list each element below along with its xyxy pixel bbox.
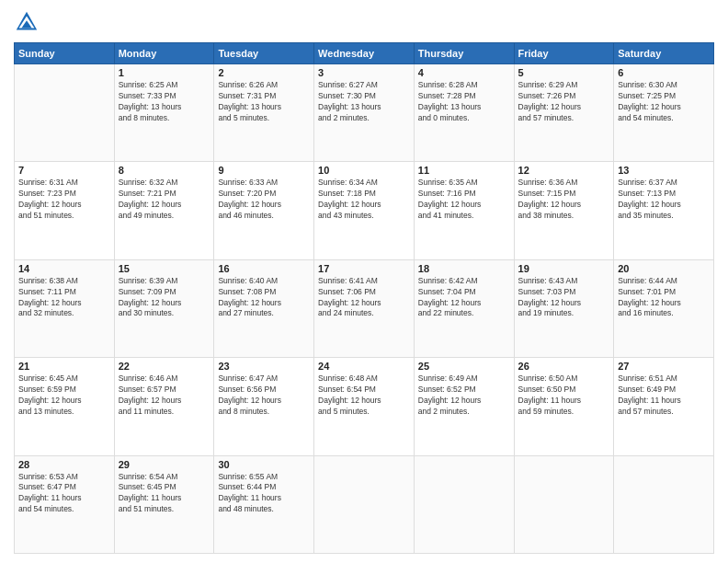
day-info: Sunrise: 6:54 AMSunset: 6:45 PMDaylight:…	[119, 472, 210, 516]
col-header-saturday: Saturday	[614, 43, 714, 64]
day-info: Sunrise: 6:51 AMSunset: 6:49 PMDaylight:…	[618, 373, 710, 418]
calendar-cell: 20Sunrise: 6:44 AMSunset: 7:01 PMDayligh…	[614, 259, 714, 357]
calendar-cell: 30Sunrise: 6:55 AMSunset: 6:44 PMDayligh…	[214, 455, 314, 553]
day-number: 16	[218, 263, 310, 274]
day-info: Sunrise: 6:25 AMSunset: 7:33 PMDaylight:…	[119, 80, 210, 124]
day-number: 20	[618, 263, 710, 274]
calendar-cell	[414, 455, 514, 553]
day-number: 21	[18, 361, 110, 372]
col-header-friday: Friday	[514, 43, 614, 64]
col-header-monday: Monday	[114, 43, 214, 64]
day-info: Sunrise: 6:50 AMSunset: 6:50 PMDaylight:…	[518, 373, 610, 418]
calendar-cell: 22Sunrise: 6:46 AMSunset: 6:57 PMDayligh…	[114, 358, 214, 455]
calendar-cell: 11Sunrise: 6:35 AMSunset: 7:16 PMDayligh…	[414, 162, 514, 259]
calendar-cell: 2Sunrise: 6:26 AMSunset: 7:31 PMDaylight…	[214, 64, 314, 162]
calendar-cell: 19Sunrise: 6:43 AMSunset: 7:03 PMDayligh…	[514, 259, 614, 357]
calendar-cell	[314, 455, 415, 553]
logo-icon	[14, 9, 40, 35]
calendar-cell: 12Sunrise: 6:36 AMSunset: 7:15 PMDayligh…	[514, 162, 614, 259]
calendar-cell: 14Sunrise: 6:38 AMSunset: 7:11 PMDayligh…	[15, 259, 115, 357]
calendar-cell: 7Sunrise: 6:31 AMSunset: 7:23 PMDaylight…	[15, 162, 115, 259]
week-row-2: 7Sunrise: 6:31 AMSunset: 7:23 PMDaylight…	[15, 162, 714, 259]
day-info: Sunrise: 6:32 AMSunset: 7:21 PMDaylight:…	[119, 178, 210, 222]
day-number: 5	[518, 67, 610, 78]
calendar-cell: 13Sunrise: 6:37 AMSunset: 7:13 PMDayligh…	[614, 162, 714, 259]
calendar-cell: 18Sunrise: 6:42 AMSunset: 7:04 PMDayligh…	[414, 259, 514, 357]
day-number: 18	[418, 263, 510, 274]
day-info: Sunrise: 6:40 AMSunset: 7:08 PMDaylight:…	[218, 276, 310, 320]
day-number: 27	[618, 361, 710, 372]
day-info: Sunrise: 6:43 AMSunset: 7:03 PMDaylight:…	[518, 276, 610, 320]
day-number: 25	[418, 361, 510, 372]
calendar-cell: 4Sunrise: 6:28 AMSunset: 7:28 PMDaylight…	[414, 64, 514, 162]
page: SundayMondayTuesdayWednesdayThursdayFrid…	[0, 0, 728, 563]
day-number: 19	[518, 263, 610, 274]
day-number: 8	[119, 165, 210, 176]
day-number: 26	[518, 361, 610, 372]
day-number: 11	[418, 165, 510, 176]
day-info: Sunrise: 6:42 AMSunset: 7:04 PMDaylight:…	[418, 276, 510, 320]
logo	[14, 9, 43, 35]
calendar-cell	[514, 455, 614, 553]
calendar-cell: 1Sunrise: 6:25 AMSunset: 7:33 PMDaylight…	[114, 64, 214, 162]
day-number: 22	[119, 361, 210, 372]
day-info: Sunrise: 6:27 AMSunset: 7:30 PMDaylight:…	[318, 80, 410, 124]
calendar-cell: 17Sunrise: 6:41 AMSunset: 7:06 PMDayligh…	[314, 259, 415, 357]
day-number: 15	[119, 263, 210, 274]
day-number: 30	[218, 459, 310, 470]
col-header-sunday: Sunday	[15, 43, 115, 64]
day-info: Sunrise: 6:35 AMSunset: 7:16 PMDaylight:…	[418, 178, 510, 222]
day-info: Sunrise: 6:31 AMSunset: 7:23 PMDaylight:…	[18, 178, 110, 222]
day-info: Sunrise: 6:44 AMSunset: 7:01 PMDaylight:…	[618, 276, 710, 320]
week-row-3: 14Sunrise: 6:38 AMSunset: 7:11 PMDayligh…	[15, 259, 714, 357]
calendar-cell	[614, 455, 714, 553]
calendar-cell: 24Sunrise: 6:48 AMSunset: 6:54 PMDayligh…	[314, 358, 415, 455]
calendar-cell: 9Sunrise: 6:33 AMSunset: 7:20 PMDaylight…	[214, 162, 314, 259]
day-number: 29	[119, 459, 210, 470]
day-number: 14	[18, 263, 110, 274]
day-info: Sunrise: 6:41 AMSunset: 7:06 PMDaylight:…	[318, 276, 410, 320]
calendar-cell: 26Sunrise: 6:50 AMSunset: 6:50 PMDayligh…	[514, 358, 614, 455]
day-info: Sunrise: 6:30 AMSunset: 7:25 PMDaylight:…	[618, 80, 710, 124]
day-info: Sunrise: 6:47 AMSunset: 6:56 PMDaylight:…	[218, 373, 310, 418]
calendar-cell: 15Sunrise: 6:39 AMSunset: 7:09 PMDayligh…	[114, 259, 214, 357]
day-info: Sunrise: 6:33 AMSunset: 7:20 PMDaylight:…	[218, 178, 310, 222]
day-info: Sunrise: 6:26 AMSunset: 7:31 PMDaylight:…	[218, 80, 310, 124]
col-header-thursday: Thursday	[414, 43, 514, 64]
header	[14, 9, 714, 35]
calendar-cell: 29Sunrise: 6:54 AMSunset: 6:45 PMDayligh…	[114, 455, 214, 553]
day-number: 13	[618, 165, 710, 176]
day-info: Sunrise: 6:48 AMSunset: 6:54 PMDaylight:…	[318, 373, 410, 418]
day-info: Sunrise: 6:38 AMSunset: 7:11 PMDaylight:…	[18, 276, 110, 320]
day-number: 7	[18, 165, 110, 176]
calendar-cell: 23Sunrise: 6:47 AMSunset: 6:56 PMDayligh…	[214, 358, 314, 455]
day-info: Sunrise: 6:29 AMSunset: 7:26 PMDaylight:…	[518, 80, 610, 124]
calendar-cell: 8Sunrise: 6:32 AMSunset: 7:21 PMDaylight…	[114, 162, 214, 259]
calendar-cell: 3Sunrise: 6:27 AMSunset: 7:30 PMDaylight…	[314, 64, 415, 162]
day-info: Sunrise: 6:46 AMSunset: 6:57 PMDaylight:…	[119, 373, 210, 418]
day-number: 2	[218, 67, 310, 78]
day-info: Sunrise: 6:34 AMSunset: 7:18 PMDaylight:…	[318, 178, 410, 222]
day-info: Sunrise: 6:37 AMSunset: 7:13 PMDaylight:…	[618, 178, 710, 222]
day-info: Sunrise: 6:28 AMSunset: 7:28 PMDaylight:…	[418, 80, 510, 124]
week-row-1: 1Sunrise: 6:25 AMSunset: 7:33 PMDaylight…	[15, 64, 714, 162]
calendar-cell: 25Sunrise: 6:49 AMSunset: 6:52 PMDayligh…	[414, 358, 514, 455]
day-number: 3	[318, 67, 410, 78]
day-number: 1	[119, 67, 210, 78]
calendar-cell: 21Sunrise: 6:45 AMSunset: 6:59 PMDayligh…	[15, 358, 115, 455]
calendar-cell: 5Sunrise: 6:29 AMSunset: 7:26 PMDaylight…	[514, 64, 614, 162]
day-number: 4	[418, 67, 510, 78]
calendar-cell: 16Sunrise: 6:40 AMSunset: 7:08 PMDayligh…	[214, 259, 314, 357]
day-info: Sunrise: 6:49 AMSunset: 6:52 PMDaylight:…	[418, 373, 510, 418]
week-row-4: 21Sunrise: 6:45 AMSunset: 6:59 PMDayligh…	[15, 358, 714, 455]
day-number: 23	[218, 361, 310, 372]
day-number: 10	[318, 165, 410, 176]
calendar-cell: 10Sunrise: 6:34 AMSunset: 7:18 PMDayligh…	[314, 162, 415, 259]
day-info: Sunrise: 6:53 AMSunset: 6:47 PMDaylight:…	[18, 472, 110, 516]
col-header-wednesday: Wednesday	[314, 43, 415, 64]
day-number: 12	[518, 165, 610, 176]
day-info: Sunrise: 6:39 AMSunset: 7:09 PMDaylight:…	[119, 276, 210, 320]
day-info: Sunrise: 6:55 AMSunset: 6:44 PMDaylight:…	[218, 472, 310, 516]
day-number: 6	[618, 67, 710, 78]
week-row-5: 28Sunrise: 6:53 AMSunset: 6:47 PMDayligh…	[15, 455, 714, 553]
